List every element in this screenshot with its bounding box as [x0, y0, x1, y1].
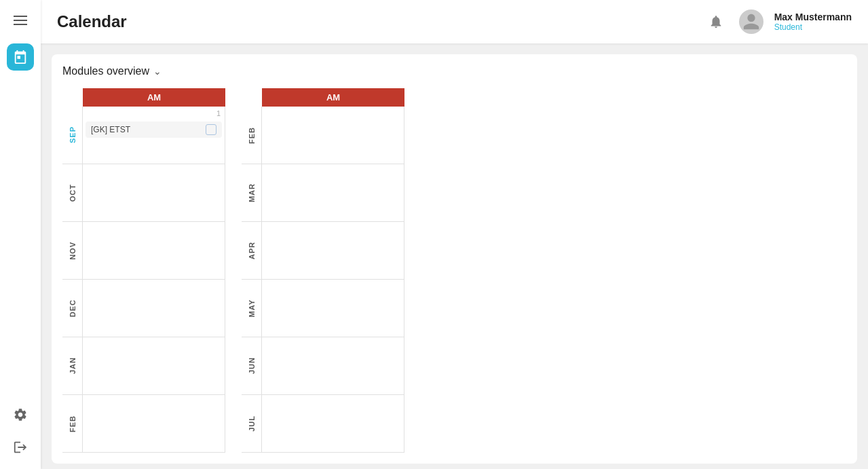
calendar-cell — [262, 395, 404, 453]
header-right: Max Mustermann Student — [704, 10, 852, 34]
month-label: SEP — [69, 126, 77, 143]
notification-bell-button[interactable] — [704, 10, 728, 34]
user-role: Student — [774, 22, 852, 32]
table-row: FEB — [62, 395, 225, 453]
month-label: FEB — [69, 415, 77, 432]
month-label: NOV — [69, 242, 77, 260]
month-label-cell: JUL — [242, 395, 262, 453]
calendar-grid: AM SEP1[GK] ETSTOCTNOVDECJANFEB AM FEBMA… — [62, 88, 846, 453]
calendar-cell — [83, 164, 225, 222]
month-label: MAY — [248, 299, 256, 317]
month-label: JUL — [248, 415, 256, 432]
sidebar — [0, 0, 41, 469]
chevron-down-icon: ⌄ — [153, 66, 162, 77]
calendar-cell — [262, 222, 404, 280]
calendar-block-left: AM SEP1[GK] ETSTOCTNOVDECJANFEB — [62, 88, 225, 453]
am-header-left: AM — [83, 88, 225, 107]
calendar-card: Modules overview ⌄ AM SEP1[GK] ETSTOCTNO… — [52, 54, 857, 464]
calendar-cell — [262, 280, 404, 337]
month-label-cell: JUN — [242, 337, 262, 395]
calendar-cell — [83, 337, 225, 395]
content-area: Modules overview ⌄ AM SEP1[GK] ETSTOCTNO… — [41, 43, 868, 469]
calendar-cell — [262, 337, 404, 395]
sidebar-item-calendar[interactable] — [7, 43, 34, 71]
calendar-cell: 1[GK] ETST — [83, 107, 225, 164]
month-label: OCT — [69, 184, 77, 202]
am-header-right: AM — [262, 88, 404, 107]
month-label-cell: MAY — [242, 280, 262, 337]
modules-overview-toggle[interactable]: Modules overview ⌄ — [62, 65, 846, 77]
calendar-cell — [83, 222, 225, 280]
modules-overview-label: Modules overview — [62, 65, 149, 77]
cell-tag[interactable]: [GK] ETST — [86, 121, 222, 138]
table-row: NOV — [62, 222, 225, 280]
logout-button[interactable] — [7, 434, 34, 461]
calendar-block-right: AM FEBMARAPRMAYJUNJUL — [242, 88, 404, 453]
page-title: Calendar — [57, 12, 127, 31]
left-month-rows: SEP1[GK] ETSTOCTNOVDECJANFEB — [62, 107, 225, 453]
settings-button[interactable] — [7, 401, 34, 428]
month-label-cell: NOV — [62, 222, 83, 280]
calendar-cell — [83, 280, 225, 337]
month-label: FEB — [248, 127, 256, 144]
table-row: MAR — [242, 164, 404, 222]
month-label-cell: JAN — [62, 337, 83, 395]
table-row: DEC — [62, 280, 225, 337]
right-month-rows: FEBMARAPRMAYJUNJUL — [242, 107, 404, 453]
month-label: JUN — [248, 357, 256, 374]
month-label: DEC — [69, 299, 77, 317]
month-label: MAR — [248, 183, 256, 202]
table-row: JUN — [242, 337, 404, 395]
month-label: JAN — [69, 357, 77, 374]
month-label-cell: SEP — [62, 107, 83, 164]
calendar-cell — [262, 164, 404, 222]
main-area: Calendar Max Mustermann Student Modules … — [41, 0, 868, 469]
month-label-cell: FEB — [62, 395, 83, 453]
table-row: OCT — [62, 164, 225, 222]
month-label-cell: FEB — [242, 107, 262, 164]
month-label-cell: MAR — [242, 164, 262, 222]
month-label: APR — [248, 242, 256, 259]
month-label-cell: DEC — [62, 280, 83, 337]
tag-checkbox[interactable] — [206, 124, 216, 135]
avatar — [739, 10, 763, 34]
calendar-cell — [83, 395, 225, 453]
table-row: MAY — [242, 280, 404, 337]
tag-label: [GK] ETST — [91, 125, 130, 134]
table-row: JUL — [242, 395, 404, 453]
calendar-cell — [262, 107, 404, 164]
user-name: Max Mustermann — [774, 12, 852, 22]
month-label-cell: OCT — [62, 164, 83, 222]
table-row: SEP1[GK] ETST — [62, 107, 225, 164]
app-header: Calendar Max Mustermann Student — [41, 0, 868, 43]
table-row: APR — [242, 222, 404, 280]
month-label-cell: APR — [242, 222, 262, 280]
table-row: JAN — [62, 337, 225, 395]
cell-number: 1 — [216, 109, 221, 117]
table-row: FEB — [242, 107, 404, 164]
hamburger-button[interactable] — [8, 8, 33, 33]
user-info: Max Mustermann Student — [774, 12, 852, 32]
